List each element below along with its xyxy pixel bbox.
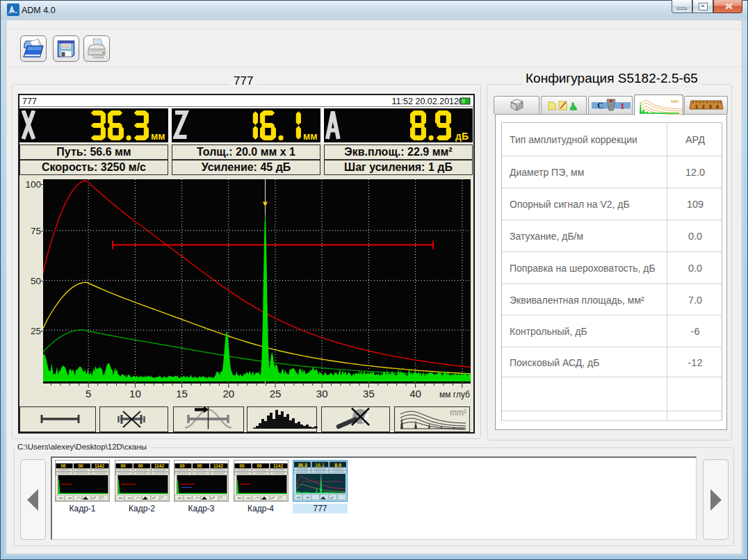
svg-text:00: 00 [138,463,143,468]
svg-text:20: 20 [222,388,234,400]
svg-text:00: 00 [239,463,245,468]
svg-text:30: 30 [316,388,328,400]
svg-text:1142: 1142 [273,463,282,468]
svg-text:1142: 1142 [154,463,163,468]
svg-text:00: 00 [257,463,262,468]
svg-text:00: 00 [120,463,126,468]
svg-text:8.9: 8.9 [334,463,341,468]
svg-text:mm²: mm² [450,408,466,418]
svg-text:4: 4 [716,104,719,109]
svg-text:00: 00 [60,463,66,468]
svg-text:C: C [597,100,603,110]
svg-text:10: 10 [129,388,141,400]
svg-text:5: 5 [86,388,91,400]
svg-text:16.1: 16.1 [315,463,325,468]
svg-text:мм²: мм² [671,99,680,104]
svg-text:2: 2 [702,104,705,109]
svg-text:00: 00 [197,463,202,468]
svg-text:1: 1 [695,104,698,109]
svg-text:3: 3 [709,104,712,109]
svg-text:36.3: 36.3 [298,463,307,468]
svg-text:1142: 1142 [95,463,104,468]
svg-text:00: 00 [179,463,185,468]
svg-text:мм глуб: мм глуб [439,390,470,400]
svg-text:I: I [621,101,624,111]
svg-text:35: 35 [363,388,375,400]
svg-text:15: 15 [176,388,188,400]
svg-text:00: 00 [78,463,83,468]
svg-text:40: 40 [409,388,421,400]
svg-text:25: 25 [270,388,282,400]
svg-text:1142: 1142 [213,463,223,468]
